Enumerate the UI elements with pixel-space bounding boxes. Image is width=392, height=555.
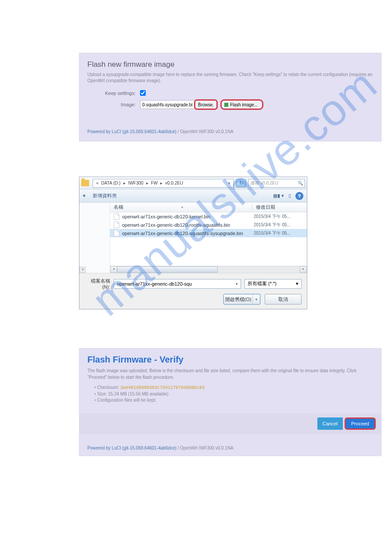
filter-dropdown-icon: ▾ [296, 281, 298, 287]
bc-back[interactable]: « [96, 181, 99, 185]
panel-desc: Upload a sysupgrade-compatible image her… [87, 72, 373, 84]
scroll-right-button[interactable]: ▸ [300, 266, 307, 273]
search-placeholder: 搜尋 v0.0.2EU [250, 180, 278, 186]
verify-title: Flash Firmware - Verify [87, 355, 373, 365]
size-item: Size: 15.24 MB (15.56 MB available) [94, 392, 373, 396]
filename-dropdown-icon[interactable]: ▾ [236, 282, 238, 286]
checksum-value: 3ae491d996b583c7d41179703099bc93 [120, 385, 205, 390]
column-headers[interactable]: ▴名稱 修改日期 [110, 203, 307, 212]
footer-link[interactable]: Powered by LuCI (git-15.069.64601-4ab6dc… [87, 129, 176, 134]
filetype-filter[interactable]: 所有檔案 (*.*) ▾ [245, 279, 302, 289]
cancel-button[interactable]: 取消 [265, 294, 302, 305]
preview-toggle[interactable]: ▯ [288, 193, 291, 199]
refresh-button[interactable]: ↻ [236, 179, 246, 188]
file-icon [114, 221, 119, 228]
file-list-pane: ▴名稱 修改日期 openwrt-ar71xx-generic-db120-ke… [110, 203, 307, 273]
flash-firmware-panel: Flash new firmware image Upload a sysupg… [79, 53, 381, 141]
footer-rest: / OpenWrt IWF300 v0.0.1NA [176, 446, 234, 450]
bc-4[interactable]: v0.0.2EU [165, 181, 183, 185]
keep-settings-row: Keep settings: [87, 90, 373, 96]
open-button[interactable]: 開啟舊檔(O) ▾ [223, 294, 260, 305]
file-date: 2015/3/4 下午 05... [254, 230, 291, 236]
new-folder-button[interactable]: 新增資料夾 [93, 192, 117, 199]
nav-pane[interactable]: ◂ [79, 203, 110, 273]
verify-desc: The flash image was uploaded. Below is t… [87, 367, 373, 381]
dialog-bottom: 檔案名稱(N): openwrt-ar71xx-generic-db120-sq… [79, 273, 307, 309]
filename-value: openwrt-ar71xx-generic-db120-squ [117, 281, 192, 287]
sort-icon: ▴ [181, 205, 183, 209]
dialog-buttons: 開啟舊檔(O) ▾ 取消 [85, 294, 302, 305]
panel-footer: Powered by LuCI (git-15.069.64601-4ab6dc… [87, 129, 373, 134]
verify-list: Checksum: 3ae491d996b583c7d41179703099bc… [87, 385, 373, 403]
bc-3[interactable]: FW [151, 181, 158, 185]
browse-button[interactable]: Browse. [194, 99, 218, 110]
file-name: openwrt-ar71xx-generic-db120-squashfs-sy… [122, 231, 254, 236]
cancel-button[interactable]: Cancel [317, 417, 343, 430]
image-file-input[interactable] [140, 100, 195, 109]
checksum-item: Checksum: 3ae491d996b583c7d41179703099bc… [94, 385, 373, 390]
breadcrumb[interactable]: « DATA (D:)▸ IWF300▸ FW▸ v0.0.2EU ▾ [93, 179, 234, 188]
flash-label: Flash image... [230, 102, 258, 107]
folder-icon [81, 180, 89, 186]
proceed-button[interactable]: Proceed [345, 417, 376, 430]
file-icon [114, 230, 119, 236]
dialog-toolbar: ▾ 新增資料夾 ▦▮ ▾ ▯ ? [79, 189, 307, 203]
config-item: Configuration files will be kept. [94, 398, 373, 403]
bc-1[interactable]: DATA (D:) [101, 181, 121, 185]
flash-image-button[interactable]: Flash image... [220, 99, 263, 110]
keep-settings-checkbox[interactable] [140, 90, 146, 96]
file-row[interactable]: openwrt-ar71xx-generic-db120-kernel.bin … [110, 212, 307, 221]
col-name[interactable]: ▴名稱 [110, 204, 252, 210]
filter-value: 所有檔案 (*.*) [248, 280, 277, 287]
search-input[interactable]: 搜尋 v0.0.2EU 🔍 [248, 179, 305, 188]
file-row[interactable]: openwrt-ar71xx-generic-db120-rootfs-squa… [110, 221, 307, 229]
filename-row: 檔案名稱(N): openwrt-ar71xx-generic-db120-sq… [85, 278, 302, 290]
flash-icon [224, 103, 228, 107]
col-date[interactable]: 修改日期 [252, 204, 307, 210]
image-row: Image: Browse. Flash image... [87, 99, 373, 110]
search-icon: 🔍 [298, 181, 303, 185]
keep-label: Keep settings: [87, 91, 136, 96]
footer-rest: / OpenWrt IWF300 v0.0.1NA [176, 129, 234, 134]
nav-scroll-left[interactable]: ◂ [79, 267, 86, 273]
organize-dropdown[interactable]: ▾ [83, 193, 86, 199]
scroll-left-button[interactable]: ◂ [110, 266, 117, 273]
filename-input[interactable]: openwrt-ar71xx-generic-db120-squ ▾ [114, 279, 241, 289]
h-scrollbar[interactable]: ◂ ▸ [110, 266, 307, 273]
image-label: Image: [87, 102, 136, 107]
open-dropdown-icon[interactable]: ▾ [253, 297, 260, 301]
bc-2[interactable]: IWF300 [128, 181, 144, 185]
verify-panel: Flash Firmware - Verify The flash image … [79, 348, 381, 456]
file-open-dialog: « DATA (D:)▸ IWF300▸ FW▸ v0.0.2EU ▾ ↻ 搜尋… [79, 177, 307, 309]
dialog-topbar: « DATA (D:)▸ IWF300▸ FW▸ v0.0.2EU ▾ ↻ 搜尋… [79, 177, 307, 189]
file-list: openwrt-ar71xx-generic-db120-kernel.bin … [110, 212, 307, 266]
scroll-thumb[interactable] [117, 266, 218, 273]
file-name: openwrt-ar71xx-generic-db120-kernel.bin [122, 214, 254, 219]
view-button[interactable]: ▦▮ ▾ [273, 193, 284, 199]
footer-link[interactable]: Powered by LuCI (git-15.069.64601-4ab6dc… [87, 446, 176, 450]
file-row-selected[interactable]: openwrt-ar71xx-generic-db120-squashfs-sy… [110, 229, 307, 237]
verify-buttons: Cancel Proceed [79, 413, 381, 434]
panel-title: Flash new firmware image [87, 60, 373, 69]
file-icon [114, 213, 119, 220]
file-area: ◂ ▴名稱 修改日期 openwrt-ar71xx-generic-db120-… [79, 203, 307, 273]
file-date: 2015/3/4 下午 05... [254, 214, 291, 220]
filename-label: 檔案名稱(N): [85, 278, 114, 290]
file-name: openwrt-ar71xx-generic-db120-rootfs-squa… [122, 222, 254, 228]
help-button[interactable]: ? [295, 192, 303, 200]
verify-footer: Powered by LuCI (git-15.069.64601-4ab6dc… [87, 446, 373, 450]
file-date: 2015/3/4 下午 05... [254, 222, 291, 228]
